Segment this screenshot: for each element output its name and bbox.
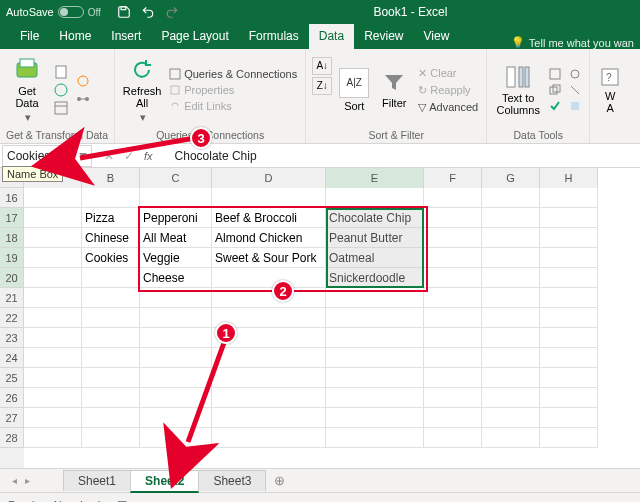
group-label-data-tools: Data Tools: [493, 127, 583, 141]
col-header-D[interactable]: D: [212, 168, 326, 188]
cell-B19[interactable]: Cookies: [82, 248, 140, 268]
refresh-all-label: Refresh All: [123, 85, 162, 109]
cell-grid[interactable]: PizzaPepperoniBeef & BroccoliChocolate C…: [24, 188, 598, 468]
cell-D18[interactable]: Almond Chicken: [212, 228, 326, 248]
add-sheet-button[interactable]: ⊕: [274, 473, 285, 488]
tell-me-search[interactable]: 💡 Tell me what you wan: [511, 36, 640, 49]
cell-E17[interactable]: Chocolate Chip: [326, 208, 424, 228]
svg-rect-14: [525, 67, 529, 87]
name-box-tooltip: Name Box: [2, 166, 63, 182]
macro-record-icon[interactable]: ▦: [117, 498, 127, 502]
refresh-all-button[interactable]: Refresh All▾: [121, 53, 163, 127]
get-data-button[interactable]: Get Data▾: [6, 53, 48, 127]
sort-desc-button[interactable]: Z↓: [312, 77, 332, 95]
autosave-toggle[interactable]: AutoSave Off: [6, 6, 101, 18]
from-web-button[interactable]: [52, 81, 70, 99]
col-header-H[interactable]: H: [540, 168, 598, 188]
from-table-button[interactable]: [52, 99, 70, 117]
fx-icon[interactable]: fx: [144, 150, 153, 162]
existing-conn-button[interactable]: [74, 90, 92, 108]
clear-button: ✕Clear: [416, 65, 480, 82]
flash-fill-button[interactable]: [547, 66, 563, 82]
sheet-nav-prev[interactable]: ◂: [8, 475, 21, 486]
remove-dup-button[interactable]: [547, 82, 563, 98]
cell-D19[interactable]: Sweet & Sour Pork: [212, 248, 326, 268]
row-header-23[interactable]: 23: [0, 328, 24, 348]
row-header-17[interactable]: 17: [0, 208, 24, 228]
data-model-button[interactable]: [567, 98, 583, 114]
tab-insert[interactable]: Insert: [101, 24, 151, 49]
col-header-E[interactable]: E: [326, 168, 424, 188]
tab-review[interactable]: Review: [354, 24, 413, 49]
tab-view[interactable]: View: [414, 24, 460, 49]
name-box[interactable]: Cookies: [2, 145, 92, 167]
cell-C18[interactable]: All Meat: [140, 228, 212, 248]
consolidate-button[interactable]: [567, 66, 583, 82]
row-header-28[interactable]: 28: [0, 428, 24, 448]
cell-E20[interactable]: Snickerdoodle: [326, 268, 424, 288]
redo-icon[interactable]: [165, 5, 179, 19]
save-icon[interactable]: [117, 5, 131, 19]
sheet-tab-1[interactable]: Sheet1: [63, 470, 131, 491]
autosave-state: Off: [88, 7, 101, 18]
row-header-16[interactable]: 16: [0, 188, 24, 208]
col-header-G[interactable]: G: [482, 168, 540, 188]
formula-bar: Cookies Name Box ✕ ✓ fx Chocolate Chip: [0, 144, 640, 168]
svg-point-18: [571, 70, 579, 78]
col-header-B[interactable]: B: [82, 168, 140, 188]
advanced-button[interactable]: ▽Advanced: [416, 99, 480, 116]
cell-D17[interactable]: Beef & Broccoli: [212, 208, 326, 228]
cell-C17[interactable]: Pepperoni: [140, 208, 212, 228]
row-header-18[interactable]: 18: [0, 228, 24, 248]
link-icon: [169, 100, 181, 112]
sheet-nav-next[interactable]: ▸: [21, 475, 34, 486]
cell-B17[interactable]: Pizza: [82, 208, 140, 228]
row-header-21[interactable]: 21: [0, 288, 24, 308]
tab-page-layout[interactable]: Page Layout: [151, 24, 238, 49]
callout-3: 3: [190, 127, 212, 149]
tab-file[interactable]: File: [10, 24, 49, 49]
row-header-20[interactable]: 20: [0, 268, 24, 288]
cancel-icon[interactable]: ✕: [104, 149, 114, 163]
cell-C19[interactable]: Veggie: [140, 248, 212, 268]
text-to-columns-button[interactable]: Text to Columns: [493, 53, 543, 127]
col-header-C[interactable]: C: [140, 168, 212, 188]
relationships-button[interactable]: [567, 82, 583, 98]
cell-E19[interactable]: Oatmeal: [326, 248, 424, 268]
chevron-down-icon: [79, 153, 87, 158]
sheet-tab-2[interactable]: Sheet2: [130, 470, 199, 493]
sheet-tab-3[interactable]: Sheet3: [198, 470, 266, 491]
row-header-24[interactable]: 24: [0, 348, 24, 368]
tab-home[interactable]: Home: [49, 24, 101, 49]
tab-data[interactable]: Data: [309, 24, 354, 49]
formula-value[interactable]: Chocolate Chip: [161, 149, 257, 163]
undo-icon[interactable]: [141, 5, 155, 19]
what-if-button[interactable]: ? W A: [596, 53, 624, 127]
col-header-F[interactable]: F: [424, 168, 482, 188]
queries-connections-button[interactable]: Queries & Connections: [167, 66, 299, 82]
data-validation-button[interactable]: [547, 98, 563, 114]
recent-sources-button[interactable]: [74, 72, 92, 90]
row-header-27[interactable]: 27: [0, 408, 24, 428]
svg-rect-5: [55, 102, 67, 114]
globe-icon: [54, 83, 68, 97]
queries-icon: [169, 68, 181, 80]
what-if-label: W A: [605, 90, 615, 114]
sort-asc-button[interactable]: A↓: [312, 57, 332, 75]
sort-button[interactable]: A|Z Sort: [336, 53, 372, 127]
cell-B18[interactable]: Chinese: [82, 228, 140, 248]
from-text-button[interactable]: [52, 63, 70, 81]
cell-C20[interactable]: Cheese: [140, 268, 212, 288]
row-header-25[interactable]: 25: [0, 368, 24, 388]
ribbon-tabs: File Home Insert Page Layout Formulas Da…: [0, 24, 640, 49]
cell-E18[interactable]: Peanut Butter: [326, 228, 424, 248]
advanced-icon: ▽: [418, 101, 426, 114]
row-header-26[interactable]: 26: [0, 388, 24, 408]
enter-icon[interactable]: ✓: [124, 149, 134, 163]
tab-formulas[interactable]: Formulas: [239, 24, 309, 49]
row-header-22[interactable]: 22: [0, 308, 24, 328]
filter-button[interactable]: Filter: [376, 53, 412, 127]
row-header-19[interactable]: 19: [0, 248, 24, 268]
chevron-down-icon: ▾: [25, 111, 31, 123]
get-data-label: Get Data: [15, 85, 38, 109]
